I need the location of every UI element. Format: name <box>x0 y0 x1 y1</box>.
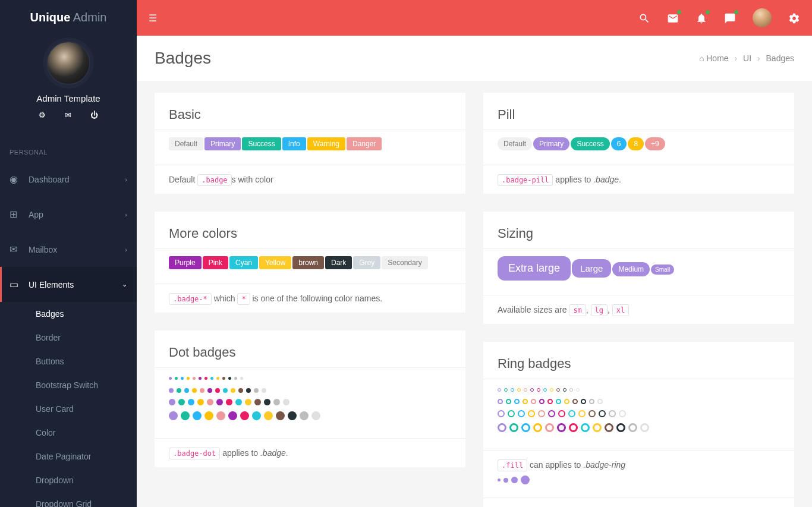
fill-ring-badge <box>503 478 508 483</box>
dot-badge <box>216 399 223 405</box>
user-avatar[interactable] <box>753 8 772 27</box>
ring-badge <box>518 410 525 417</box>
subnav-item-badges[interactable]: Badges <box>0 302 137 326</box>
nav-label: Dashboard <box>29 175 70 184</box>
dot-badge <box>181 411 190 420</box>
page-title: Badges <box>155 49 211 68</box>
sidebar-item-app[interactable]: ⊞App› <box>0 197 137 232</box>
dot-badge <box>216 377 219 380</box>
dot-badge <box>246 388 251 393</box>
dot-badge <box>199 377 202 380</box>
settings-icon[interactable] <box>788 11 800 25</box>
menu-toggle-icon[interactable]: ☰ <box>149 12 157 24</box>
dot-badge <box>187 377 190 380</box>
ring-badge <box>530 388 534 392</box>
nav-section-label: PERSONAL <box>0 132 137 162</box>
badge-warning: Warning <box>307 137 345 150</box>
dot-badge <box>216 411 225 420</box>
breadcrumb-home[interactable]: Home <box>706 53 728 63</box>
dot-badge <box>188 399 194 405</box>
sidebar-item-ui-elements[interactable]: ▭UI Elements⌄ <box>0 267 137 302</box>
card-pill: Pill DefaultPrimarySuccess68+9 .badge-pi… <box>483 93 794 194</box>
ring-badge <box>581 399 586 404</box>
ring-badge <box>569 423 578 432</box>
dashboard-icon: ◉ <box>10 174 29 185</box>
mail-icon[interactable]: ✉ <box>65 111 71 119</box>
badge-size-small: Small <box>651 264 674 275</box>
ring-badge <box>498 423 506 432</box>
apps-icon: ⊞ <box>10 209 29 220</box>
dot-badge <box>200 388 204 393</box>
dashboard-icon: ⌂ <box>699 53 704 63</box>
badge-8: 8 <box>628 137 644 150</box>
profile-avatar[interactable] <box>46 41 90 85</box>
chevron-right-icon: › <box>125 246 127 253</box>
ring-badge <box>576 388 580 392</box>
subnav-item-dropdown-grid[interactable]: Dropdown Grid <box>0 492 137 507</box>
subnav-item-dropdown[interactable]: Dropdown <box>0 468 137 492</box>
ring-badge <box>564 399 569 404</box>
subnav-item-date-paginator[interactable]: Date Paginator <box>0 445 137 468</box>
subnav-item-bootstrap-switch[interactable]: Bootstrap Switch <box>0 373 137 397</box>
breadcrumb-mid[interactable]: UI <box>743 53 751 63</box>
dot-badge <box>228 411 237 420</box>
profile-name: Admin Template <box>0 93 137 103</box>
mail-icon[interactable] <box>667 11 679 25</box>
card-title: Dot badges <box>155 330 465 367</box>
ring-badge <box>517 388 521 392</box>
ring-badge <box>543 388 547 392</box>
code: .fill <box>498 459 527 471</box>
badge-size-medium: Medium <box>612 262 650 276</box>
chevron-down-icon: ⌄ <box>122 281 127 288</box>
badge-info: Info <box>282 137 306 150</box>
chevron-right-icon: › <box>125 211 127 218</box>
dot-badge <box>276 411 285 420</box>
badge-size-extra-large: Extra large <box>498 256 571 281</box>
ring-badge <box>589 399 594 404</box>
main-content: Badges ⌂ Home › UI › Badges Basic Defaul… <box>137 0 812 507</box>
dot-badge <box>204 377 207 380</box>
ring-badge <box>498 399 503 404</box>
brand-logo[interactable]: Unique Admin <box>0 0 137 35</box>
ring-fill-section: .fill can applies to .badge-ring <box>483 450 794 497</box>
ring-badge <box>593 423 602 432</box>
bell-icon[interactable] <box>695 11 707 25</box>
subnav-item-buttons[interactable]: Buttons <box>0 349 137 373</box>
badge-grey: Grey <box>353 256 380 269</box>
dot-badge <box>300 411 309 420</box>
code: .badge-pill <box>498 174 553 186</box>
dot-badge <box>169 377 172 380</box>
ring-badge <box>514 399 520 404</box>
ring-badge <box>521 423 530 432</box>
dot-badge <box>235 399 242 405</box>
card-footer: Default .badges with color <box>155 165 465 194</box>
badge-cyan: Cyan <box>229 256 258 269</box>
dot-badge <box>207 399 213 405</box>
dot-badge <box>169 388 174 393</box>
dot-badge <box>254 399 261 405</box>
sidebar-item-dashboard[interactable]: ◉Dashboard› <box>0 162 137 197</box>
badge-brown: brown <box>292 256 324 269</box>
page-header: Badges ⌂ Home › UI › Badges <box>137 36 812 81</box>
code: * <box>237 293 250 305</box>
subnav-item-color[interactable]: Color <box>0 421 137 445</box>
topbar: ☰ <box>137 0 812 36</box>
power-icon[interactable]: ⏻ <box>90 111 98 119</box>
gear-icon[interactable]: ⚙ <box>39 111 46 119</box>
subnav-item-user-card[interactable]: User Card <box>0 397 137 421</box>
ring-badge <box>537 388 540 392</box>
sidebar-item-mailbox[interactable]: ✉Mailbox› <box>0 232 137 267</box>
code: sm <box>569 304 586 316</box>
fill-ring-badge <box>498 478 501 481</box>
chevron-right-icon: › <box>125 176 127 183</box>
search-icon[interactable] <box>638 11 650 25</box>
chat-icon[interactable] <box>724 11 736 25</box>
ring-badge <box>609 410 616 417</box>
dot-badge <box>192 388 197 393</box>
ring-badge <box>504 388 508 392</box>
ring-badge <box>508 410 515 417</box>
subnav-item-border[interactable]: Border <box>0 326 137 349</box>
ring-badge <box>545 423 554 432</box>
notification-dot <box>677 10 681 14</box>
dot-badge <box>193 377 196 380</box>
